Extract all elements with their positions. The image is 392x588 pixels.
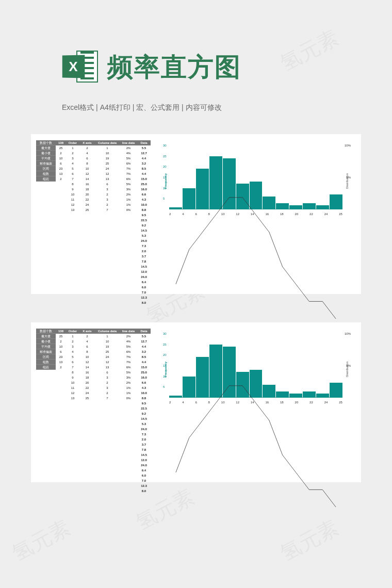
table-cell: 16 xyxy=(79,182,95,187)
table-cell: 20 xyxy=(79,380,95,385)
stat-label: 最大值 xyxy=(36,145,56,151)
table-cell: 0% xyxy=(120,207,137,213)
table-cell: 10 xyxy=(79,354,95,360)
table-cell: 3 xyxy=(95,187,120,192)
table-cell: 14.5 xyxy=(137,452,151,458)
table-cell: 6 xyxy=(79,344,95,349)
table-cell: 1 xyxy=(95,334,120,339)
x-tick: 6 xyxy=(195,401,197,404)
watermark: 氢元素 xyxy=(275,513,344,567)
table-cell: 6 xyxy=(66,360,79,365)
table-cell: 5 xyxy=(66,166,79,171)
table-cell: 7.0 xyxy=(137,290,151,295)
column-header: X axis xyxy=(79,329,95,334)
table-cell: 18 xyxy=(79,375,95,380)
data-table: 数据个数最大值最小值平均值标准偏差区间组数组距 13825210623132 O… xyxy=(36,140,151,288)
table-cell: 4.4 xyxy=(137,344,151,349)
table-cell: 4% xyxy=(120,151,137,156)
y-tick-left: 25 xyxy=(163,155,167,158)
table-cell: 6.4 xyxy=(137,468,151,473)
table-cell: 6.6 xyxy=(137,380,151,385)
table-cell: 1 xyxy=(66,334,79,339)
column-header: Colume data xyxy=(95,329,120,334)
table-cell: 6 xyxy=(95,182,120,187)
stat-label: 数据个数 xyxy=(36,329,56,334)
x-tick: 12 xyxy=(236,213,239,216)
column-header: Order xyxy=(66,140,79,145)
column-data-column: Colume data1101925241213632327 xyxy=(95,140,120,288)
table-cell: 14.5 xyxy=(137,264,151,269)
table-cell: 5.3 xyxy=(137,421,151,427)
table-cell: 13 xyxy=(56,171,66,176)
table-cell: 12 xyxy=(66,202,79,207)
x-tick: 25 xyxy=(339,213,342,216)
table-cell: 16.0 xyxy=(137,187,151,192)
table-cell: 22.5 xyxy=(137,218,151,223)
distribution-curve xyxy=(169,145,342,319)
table-cell: 4 xyxy=(66,349,79,354)
y-tick-right: 10% xyxy=(345,332,351,335)
column-header: line data xyxy=(120,140,137,145)
x-tick: 4 xyxy=(182,401,184,404)
table-cell: 10 xyxy=(56,156,66,161)
table-cell: 24.0 xyxy=(137,463,151,468)
table-cell: 23 xyxy=(56,166,66,171)
x-tick: 2 xyxy=(169,213,171,216)
table-cell: 6 xyxy=(79,156,95,161)
table-cell: 7 xyxy=(95,207,120,213)
histogram-chart: 510152025305%10%FrequencyDistribution246… xyxy=(155,331,356,408)
table-cell: 2 xyxy=(79,334,95,339)
table-cell: 6.0 xyxy=(137,473,151,478)
y-tick-right: 10% xyxy=(345,144,351,147)
x-tick: 10 xyxy=(221,213,225,216)
column-header: 138 xyxy=(56,140,66,145)
x-tick: 4 xyxy=(182,213,184,216)
table-cell: 15.0 xyxy=(137,365,151,370)
table-cell: 2 xyxy=(56,151,66,156)
table-cell: 14.5 xyxy=(137,416,151,421)
table-cell: 16.0 xyxy=(137,375,151,380)
stat-label: 数据个数 xyxy=(36,140,56,145)
table-cell: 24 xyxy=(95,354,120,360)
column-header: line data xyxy=(120,329,137,334)
table-cell: 23 xyxy=(56,354,66,360)
table-cell: 25 xyxy=(56,334,66,339)
stat-label: 组距 xyxy=(36,176,56,182)
y-tick-left: 20 xyxy=(163,165,167,168)
table-cell: 4 xyxy=(66,161,79,166)
table-cell: 4 xyxy=(79,339,95,344)
table-cell: 10.0 xyxy=(137,390,151,396)
order-column: Order12345678910111213 xyxy=(66,140,79,288)
x-tick: 18 xyxy=(280,401,284,404)
table-cell: 2 xyxy=(56,176,66,182)
table-cell: 22.5 xyxy=(137,406,151,411)
table-cell: 2.0 xyxy=(137,437,151,442)
table-cell: 24 xyxy=(79,202,95,207)
table-cell: 1 xyxy=(66,145,79,151)
page-header: X 频率直方图 xyxy=(62,49,241,85)
x-tick: 18 xyxy=(280,213,284,216)
table-cell: 1 xyxy=(95,145,120,151)
table-cell: 9.2 xyxy=(137,223,151,228)
table-cell: 5 xyxy=(66,354,79,360)
table-cell: 24.0 xyxy=(137,427,151,432)
stat-label: 平均值 xyxy=(36,156,56,161)
table-cell: 8.8 xyxy=(137,207,151,213)
table-cell: 12 xyxy=(66,390,79,396)
table-cell: 4.4 xyxy=(137,156,151,161)
xaxis-column: X axis2468101214161820222425 xyxy=(79,329,95,476)
table-cell: 1% xyxy=(120,202,137,207)
table-cell: 10 xyxy=(56,344,66,349)
table-cell: 1% xyxy=(120,390,137,396)
table-cell: 2% xyxy=(120,145,137,151)
table-cell: 2% xyxy=(120,334,137,339)
table-cell: 5.3 xyxy=(137,233,151,238)
y-tick-left: 25 xyxy=(163,343,167,346)
y-axis-label-left: Frequency xyxy=(164,173,167,189)
histogram-chart: 510152025305%10%FrequencyDistribution246… xyxy=(155,142,356,220)
table-cell: 2 xyxy=(95,380,120,385)
line-data-column: line data2%4%5%6%7%7%6%5%3%2%1%1%0% xyxy=(120,140,137,288)
table-cell: 9 xyxy=(66,187,79,192)
table-cell: 10 xyxy=(66,192,79,197)
table-cell: 13 xyxy=(66,396,79,401)
